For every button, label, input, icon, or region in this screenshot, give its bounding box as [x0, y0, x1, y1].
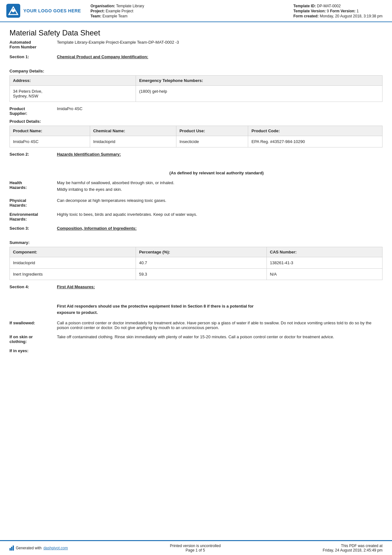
cas-cell-1: 138261-41-3: [266, 257, 382, 269]
physical-hazards-label: Physical Hazards:: [9, 198, 51, 208]
address-value: 34 Peters Drive,Sydney, NSW: [10, 86, 136, 102]
header: YOUR LOGO GOES HERE Organisation: Templa…: [0, 0, 392, 22]
if-swallowed-value: Call a poison control center or doctor i…: [57, 321, 383, 330]
project-line: Project: Example Project: [90, 9, 144, 13]
template-id-line: Template ID: DP-MAT-0002: [293, 4, 383, 8]
template-version-line: Template Version: 9 Form Version: 1: [293, 9, 383, 13]
table-row: Imidacloprid 40.7 138261-41-3: [10, 257, 383, 269]
environmental-hazards-label: Environmental Hazards:: [9, 212, 51, 221]
environmental-hazards-value: Highly toxic to bees, birds and aquatic …: [57, 212, 383, 221]
health-hazards-value: May be harmful of swallowed, absorbed th…: [57, 180, 383, 194]
section1-title: Chemical Product and Company Identificat…: [57, 54, 148, 59]
emergency-header: Emergency Telephone Numbers:: [136, 76, 383, 86]
logo-icon: [6, 4, 20, 18]
percentage-cell-1: 40.7: [136, 257, 266, 269]
product-details-title: Product Details:: [9, 119, 383, 124]
physical-hazards-value: Can decompose at high temperatures relea…: [57, 198, 383, 208]
logo-text: YOUR LOGO GOES HERE: [23, 8, 81, 13]
product-code-cell: EPA Reg. #43527-984-10290: [248, 136, 383, 147]
footer-right: This PDF was created at Friday, 24 Augus…: [323, 544, 383, 552]
header-meta-left: Organisation: Template Library Project: …: [90, 4, 144, 18]
first-aid-note: First Aid responders should use the prot…: [9, 303, 383, 315]
footer: Generated with dashpivot.com Printed ver…: [0, 540, 392, 555]
footer-page: Page 1 of 5: [170, 548, 221, 552]
emergency-value: (1800) get-help: [136, 86, 383, 102]
product-code-header: Product Code:: [248, 126, 383, 136]
form-number-label: Automated Form Number: [9, 40, 51, 49]
dashpivot-icon: [9, 546, 14, 551]
ingredients-table: Component: Percentage (%): CAS Number: I…: [9, 247, 383, 280]
component-header: Component:: [10, 247, 136, 257]
header-meta-right: Template ID: DP-MAT-0002 Template Versio…: [293, 4, 383, 18]
percentage-header: Percentage (%):: [136, 247, 266, 257]
content: Material Safety Data Sheet Automated For…: [0, 22, 392, 540]
footer-uncontrolled: Printed version is uncontrolled: [170, 544, 221, 548]
health-hazards-row: Health Hazards: May be harmful of swallo…: [9, 180, 383, 194]
health-hazards-label: Health Hazards:: [9, 180, 51, 194]
section3-label: Section 3:: [9, 226, 51, 231]
percentage-cell-2: 59.3: [136, 269, 266, 280]
table-row: 34 Peters Drive,Sydney, NSW (1800) get-h…: [10, 86, 383, 102]
chemical-name-cell: Imidacloprid: [90, 136, 176, 147]
product-table: Product Name: Chemical Name: Product Use…: [9, 126, 383, 147]
if-skin-value: Take off contaminated clothing. Rinse sk…: [57, 334, 383, 344]
section2-header: Section 2: Hazards Identification Summar…: [9, 152, 383, 157]
company-table: Address: Emergency Telephone Numbers: 34…: [9, 75, 383, 102]
footer-pdf-text: This PDF was created at: [323, 544, 383, 548]
generated-text: Generated with: [16, 546, 41, 550]
footer-center: Printed version is uncontrolled Page 1 o…: [170, 544, 221, 552]
address-header: Address:: [10, 76, 136, 86]
header-logo: YOUR LOGO GOES HERE: [6, 3, 81, 18]
product-supplier-row: Product Supplier: ImidaPro 4SC: [9, 106, 383, 116]
if-eyes-value: [57, 348, 383, 353]
if-eyes-label: If in eyes:: [9, 348, 51, 353]
authority-note: (As defined by relevant local authority …: [9, 171, 383, 175]
team-line: Team: Example Team: [90, 14, 144, 18]
product-name-cell: ImidaPro 4SC: [10, 136, 90, 147]
section1-label: Section 1:: [9, 54, 51, 59]
form-created-line: Form created: Monday, 20 August 2018, 3:…: [293, 14, 383, 18]
table-row: ImidaPro 4SC Imidacloprid Insecticide EP…: [10, 136, 383, 147]
cas-cell-2: N/A: [266, 269, 382, 280]
footer-pdf-date: Friday, 24 August 2018, 2:45:49 pm: [323, 548, 383, 552]
section2-title: Hazards Identification Summary:: [57, 152, 121, 157]
product-use-header: Product Use:: [176, 126, 248, 136]
if-skin-label: If on skin or clothing:: [9, 334, 51, 344]
environmental-hazards-row: Environmental Hazards: Highly toxic to b…: [9, 212, 383, 221]
if-swallowed-row: If swallowed: Call a poison control cent…: [9, 321, 383, 330]
section4-header: Section 4: First Aid Measures:: [9, 284, 383, 289]
chemical-name-header: Chemical Name:: [90, 126, 176, 136]
footer-left: Generated with dashpivot.com: [9, 546, 68, 551]
product-use-cell: Insecticide: [176, 136, 248, 147]
physical-hazards-row: Physical Hazards: Can decompose at high …: [9, 198, 383, 208]
dashpivot-link[interactable]: dashpivot.com: [43, 546, 68, 550]
section4-label: Section 4:: [9, 284, 51, 289]
section2-label: Section 2:: [9, 152, 51, 157]
section3-title: Composition, Information of Ingredients:: [57, 226, 137, 231]
product-name-header: Product Name:: [10, 126, 90, 136]
product-supplier-label: Product Supplier:: [9, 106, 51, 116]
svg-point-1: [12, 9, 15, 12]
section3-header: Section 3: Composition, Information of I…: [9, 226, 383, 231]
product-supplier-value: ImidaPro 4SC: [57, 106, 383, 116]
cas-header: CAS Number:: [266, 247, 382, 257]
if-swallowed-label: If swallowed:: [9, 321, 51, 330]
if-eyes-row: If in eyes:: [9, 348, 383, 353]
section1-header: Section 1: Chemical Product and Company …: [9, 54, 383, 59]
page-wrapper: YOUR LOGO GOES HERE Organisation: Templa…: [0, 0, 392, 555]
summary-title: Summary:: [9, 240, 383, 245]
org-line: Organisation: Template Library: [90, 4, 144, 8]
form-number-value: Template Library-Example Project-Example…: [57, 40, 179, 49]
section4-title: First Aid Measures:: [57, 284, 95, 289]
component-cell-1: Imidacloprid: [10, 257, 136, 269]
form-number-row: Automated Form Number Template Library-E…: [9, 40, 383, 49]
component-cell-2: Inert Ingredients: [10, 269, 136, 280]
header-meta: Organisation: Template Library Project: …: [81, 3, 383, 18]
table-row: Inert Ingredients 59.3 N/A: [10, 269, 383, 280]
company-details-title: Company Details:: [9, 69, 383, 73]
doc-title: Material Safety Data Sheet: [9, 28, 383, 37]
if-skin-row: If on skin or clothing: Take off contami…: [9, 334, 383, 344]
